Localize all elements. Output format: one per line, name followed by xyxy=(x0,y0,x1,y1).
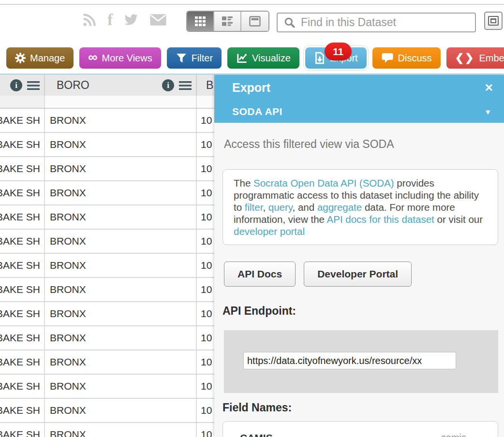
soda-link[interactable]: query xyxy=(268,202,293,213)
field-api-name: camis xyxy=(441,432,466,437)
column-header-dba: i xyxy=(0,75,45,96)
cell-building[interactable]: 10 xyxy=(197,278,214,301)
cell-boro[interactable]: BRONX xyxy=(45,230,197,253)
close-icon[interactable]: ✕ xyxy=(485,83,493,93)
cell-dba[interactable]: BAKE SH xyxy=(0,423,45,437)
cell-boro[interactable]: BRONX xyxy=(45,254,197,277)
api-endpoint-input[interactable] xyxy=(243,352,456,369)
cell-building[interactable]: 10 xyxy=(197,109,214,132)
soda-link[interactable]: filter xyxy=(245,202,263,213)
cell-boro[interactable]: BRONX xyxy=(45,399,197,422)
fullscreen-button[interactable] xyxy=(484,12,503,30)
view-mode-page[interactable] xyxy=(241,12,268,31)
cell-building[interactable]: 10 xyxy=(197,133,214,156)
table-row[interactable]: BAKE SHBRONX10 xyxy=(0,230,214,254)
table-row[interactable]: BAKE SHBRONX10 xyxy=(0,205,214,230)
discuss-button[interactable]: Discuss xyxy=(372,47,441,69)
table-row[interactable]: BAKE SHBRONX10 xyxy=(0,375,214,399)
cell-building[interactable]: 10 xyxy=(197,399,214,422)
table-subheader-strip xyxy=(0,96,214,109)
table-row[interactable]: BAKE SHBRONX10 xyxy=(0,350,214,375)
visualize-button[interactable]: Visualize xyxy=(227,47,299,69)
cell-building[interactable]: 10 xyxy=(197,350,214,374)
more-views-button[interactable]: ∞More Views xyxy=(79,47,161,69)
table-row[interactable]: BAKE SHBRONX10 xyxy=(0,423,214,437)
chevron-down-icon: ▼ xyxy=(484,108,491,116)
filter-button[interactable]: Filter xyxy=(167,47,222,69)
column-info-icon[interactable]: i xyxy=(10,79,22,91)
soda-api-section-toggle[interactable]: SODA API ▼ xyxy=(214,101,504,123)
view-mode-fatrow[interactable] xyxy=(214,12,241,31)
cell-dba[interactable]: BAKE SH xyxy=(0,254,45,277)
cell-building[interactable]: 10 xyxy=(197,375,214,398)
cell-building[interactable]: 10 xyxy=(197,423,214,437)
cell-dba[interactable]: BAKE SH xyxy=(0,302,45,325)
top-divider xyxy=(0,4,504,5)
soda-link[interactable]: aggregate xyxy=(317,202,362,213)
developer-portal-button[interactable]: Developer Portal xyxy=(304,262,412,287)
cell-building[interactable]: 10 xyxy=(197,302,214,325)
cell-dba[interactable]: BAKE SH xyxy=(0,181,45,204)
manage-button[interactable]: Manage xyxy=(6,47,74,69)
cell-boro[interactable]: BRONX xyxy=(45,181,197,204)
cell-boro[interactable]: BRONX xyxy=(45,133,197,156)
cell-dba[interactable]: BAKE SH xyxy=(0,278,45,301)
search-input[interactable] xyxy=(301,16,475,29)
content-area: i BORO i B xyxy=(0,73,504,437)
cell-building[interactable]: 10 xyxy=(197,230,214,253)
table-row[interactable]: BAKE SHBRONX10 xyxy=(0,278,214,302)
soda-link[interactable]: API docs for this dataset xyxy=(327,214,434,225)
table-row[interactable]: BAKE SHBRONX10 xyxy=(0,157,214,181)
cell-dba[interactable]: BAKE SH xyxy=(0,133,45,156)
button-label: Manage xyxy=(30,53,65,64)
facebook-icon[interactable]: f xyxy=(107,12,113,28)
api-docs-button[interactable]: API Docs xyxy=(224,262,296,287)
data-table: i BORO i B xyxy=(0,75,214,437)
column-menu-icon[interactable] xyxy=(27,81,40,90)
column-label: B xyxy=(206,79,213,92)
cell-boro[interactable]: BRONX xyxy=(45,326,197,350)
table-row[interactable]: BAKE SHBRONX10 xyxy=(0,254,214,278)
cell-dba[interactable]: BAKE SH xyxy=(0,350,45,374)
cell-building[interactable]: 10 xyxy=(197,157,214,180)
cell-building[interactable]: 10 xyxy=(197,254,214,277)
table-row[interactable]: BAKE SHBRONX10 xyxy=(0,302,214,326)
soda-link[interactable]: developer portal xyxy=(234,226,305,237)
column-header-boro[interactable]: BORO i xyxy=(45,75,197,96)
page-view-icon xyxy=(249,15,261,28)
cell-boro[interactable]: BRONX xyxy=(45,375,197,398)
cell-building[interactable]: 10 xyxy=(197,205,214,229)
cell-building[interactable]: 10 xyxy=(197,181,214,204)
cell-building[interactable]: 10 xyxy=(197,326,214,350)
field-names-box: CAMIScamis xyxy=(222,421,498,437)
cell-dba[interactable]: BAKE SH xyxy=(0,399,45,422)
cell-dba[interactable]: BAKE SH xyxy=(0,109,45,132)
soda-link[interactable]: Socrata Open Data API (SODA) xyxy=(253,177,394,189)
cell-boro[interactable]: BRONX xyxy=(45,423,197,437)
table-row[interactable]: BAKE SHBRONX10 xyxy=(0,109,214,133)
column-menu-icon[interactable] xyxy=(179,81,192,90)
column-header-building[interactable]: B xyxy=(197,75,214,96)
column-info-icon[interactable]: i xyxy=(162,79,174,91)
cell-dba[interactable]: BAKE SH xyxy=(0,230,45,253)
cell-dba[interactable]: BAKE SH xyxy=(0,157,45,180)
twitter-icon[interactable] xyxy=(123,13,139,27)
cell-dba[interactable]: BAKE SH xyxy=(0,375,45,398)
table-row[interactable]: BAKE SHBRONX10 xyxy=(0,133,214,157)
cell-boro[interactable]: BRONX xyxy=(45,157,197,180)
cell-boro[interactable]: BRONX xyxy=(45,278,197,301)
button-label: Visualize xyxy=(252,53,291,64)
table-row[interactable]: BAKE SHBRONX10 xyxy=(0,399,214,423)
cell-dba[interactable]: BAKE SH xyxy=(0,326,45,350)
email-icon[interactable] xyxy=(149,13,167,27)
table-row[interactable]: BAKE SHBRONX10 xyxy=(0,326,214,350)
cell-boro[interactable]: BRONX xyxy=(45,350,197,374)
cell-boro[interactable]: BRONX xyxy=(45,205,197,229)
table-row[interactable]: BAKE SHBRONX10 xyxy=(0,181,214,205)
embed-button[interactable]: ❮❯Embed xyxy=(446,47,504,69)
cell-boro[interactable]: BRONX xyxy=(45,302,197,325)
rss-icon[interactable] xyxy=(82,13,97,27)
cell-dba[interactable]: BAKE SH xyxy=(0,205,45,229)
view-mode-grid[interactable] xyxy=(187,12,214,31)
cell-boro[interactable]: BRONX xyxy=(45,109,197,132)
